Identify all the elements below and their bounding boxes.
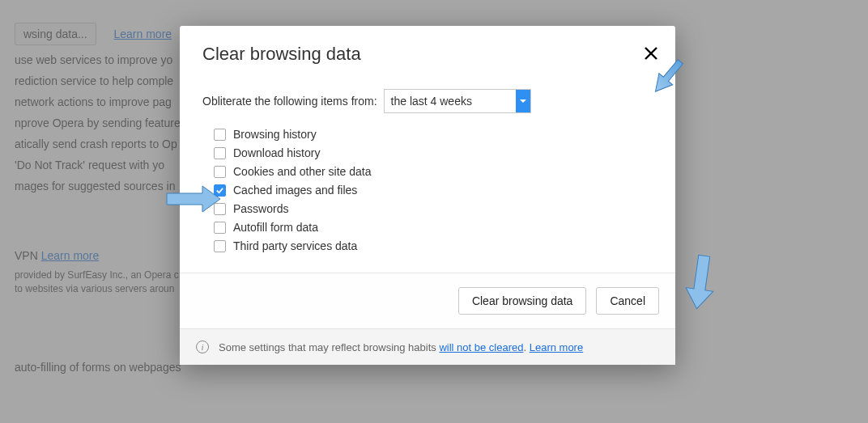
close-icon xyxy=(643,45,659,61)
chevron-down-icon xyxy=(516,90,530,112)
footer-link-learn-more[interactable]: Learn more xyxy=(530,341,583,353)
check-label: Cookies and other site data xyxy=(233,165,371,178)
check-third-party[interactable]: Third party services data xyxy=(214,239,653,252)
time-range-select[interactable]: the last 4 weeks xyxy=(384,89,531,113)
check-cookies[interactable]: Cookies and other site data xyxy=(214,165,653,178)
check-autofill[interactable]: Autofill form data xyxy=(214,221,653,234)
info-icon: i xyxy=(196,341,209,353)
check-label: Autofill form data xyxy=(233,221,318,234)
checkbox-checked[interactable] xyxy=(214,184,226,197)
check-download-history[interactable]: Download history xyxy=(214,146,653,159)
checkbox[interactable] xyxy=(214,240,226,252)
data-type-list: Browsing history Download history Cookie… xyxy=(214,128,653,252)
check-passwords[interactable]: Passwords xyxy=(214,202,653,215)
footer-text: Some settings that may reflect browsing … xyxy=(219,341,583,353)
clear-browsing-data-dialog: Clear browsing data Obliterate the follo… xyxy=(180,26,675,365)
check-cached-images[interactable]: Cached images and files xyxy=(214,184,653,197)
check-browsing-history[interactable]: Browsing history xyxy=(214,128,653,141)
check-label: Browsing history xyxy=(233,128,317,141)
check-label: Third party services data xyxy=(233,239,357,252)
time-range-label: Obliterate the following items from: xyxy=(202,95,377,108)
close-button[interactable] xyxy=(643,45,659,61)
clear-browsing-data-button[interactable]: Clear browsing data xyxy=(458,287,587,315)
checkmark-icon xyxy=(215,186,224,195)
check-label: Download history xyxy=(233,146,320,159)
checkbox[interactable] xyxy=(214,166,226,178)
checkbox[interactable] xyxy=(214,147,226,159)
footer-link-not-cleared[interactable]: will not be cleared xyxy=(439,341,523,353)
checkbox[interactable] xyxy=(214,129,226,141)
dialog-title: Clear browsing data xyxy=(202,44,653,65)
cancel-button[interactable]: Cancel xyxy=(596,287,659,315)
check-label: Cached images and files xyxy=(233,184,357,197)
time-range-value: the last 4 weeks xyxy=(385,95,516,108)
checkbox[interactable] xyxy=(214,222,226,234)
checkbox[interactable] xyxy=(214,203,226,215)
check-label: Passwords xyxy=(233,202,288,215)
